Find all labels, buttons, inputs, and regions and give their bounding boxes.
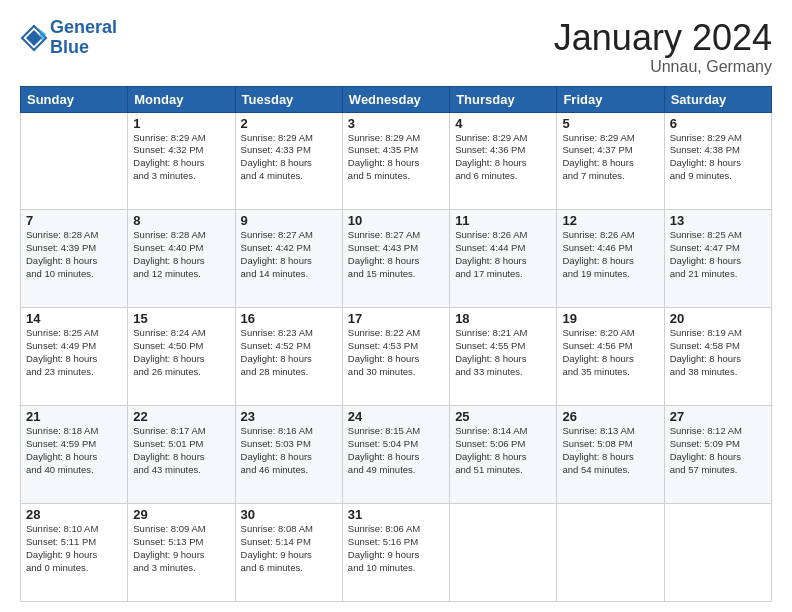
day-number: 6: [670, 116, 766, 131]
day-number: 24: [348, 409, 444, 424]
day-info: Sunrise: 8:29 AM Sunset: 4:32 PM Dayligh…: [133, 132, 229, 183]
day-info: Sunrise: 8:10 AM Sunset: 5:11 PM Dayligh…: [26, 523, 122, 574]
week-row-2: 7Sunrise: 8:28 AM Sunset: 4:39 PM Daylig…: [21, 210, 772, 308]
day-info: Sunrise: 8:19 AM Sunset: 4:58 PM Dayligh…: [670, 327, 766, 378]
logo-general: General: [50, 17, 117, 37]
calendar-cell: 14Sunrise: 8:25 AM Sunset: 4:49 PM Dayli…: [21, 308, 128, 406]
day-info: Sunrise: 8:26 AM Sunset: 4:46 PM Dayligh…: [562, 229, 658, 280]
day-info: Sunrise: 8:27 AM Sunset: 4:43 PM Dayligh…: [348, 229, 444, 280]
day-info: Sunrise: 8:27 AM Sunset: 4:42 PM Dayligh…: [241, 229, 337, 280]
day-number: 23: [241, 409, 337, 424]
day-info: Sunrise: 8:14 AM Sunset: 5:06 PM Dayligh…: [455, 425, 551, 476]
day-info: Sunrise: 8:09 AM Sunset: 5:13 PM Dayligh…: [133, 523, 229, 574]
day-number: 13: [670, 213, 766, 228]
day-number: 17: [348, 311, 444, 326]
day-number: 3: [348, 116, 444, 131]
calendar-cell: 24Sunrise: 8:15 AM Sunset: 5:04 PM Dayli…: [342, 406, 449, 504]
day-number: 5: [562, 116, 658, 131]
day-number: 7: [26, 213, 122, 228]
calendar-cell: 9Sunrise: 8:27 AM Sunset: 4:42 PM Daylig…: [235, 210, 342, 308]
weekday-tuesday: Tuesday: [235, 86, 342, 112]
weekday-wednesday: Wednesday: [342, 86, 449, 112]
day-number: 16: [241, 311, 337, 326]
calendar-cell: 7Sunrise: 8:28 AM Sunset: 4:39 PM Daylig…: [21, 210, 128, 308]
week-row-4: 21Sunrise: 8:18 AM Sunset: 4:59 PM Dayli…: [21, 406, 772, 504]
main-title: January 2024: [554, 18, 772, 58]
day-info: Sunrise: 8:16 AM Sunset: 5:03 PM Dayligh…: [241, 425, 337, 476]
day-info: Sunrise: 8:29 AM Sunset: 4:37 PM Dayligh…: [562, 132, 658, 183]
calendar-cell: 17Sunrise: 8:22 AM Sunset: 4:53 PM Dayli…: [342, 308, 449, 406]
calendar-body: 1Sunrise: 8:29 AM Sunset: 4:32 PM Daylig…: [21, 112, 772, 601]
day-number: 29: [133, 507, 229, 522]
calendar-cell: 20Sunrise: 8:19 AM Sunset: 4:58 PM Dayli…: [664, 308, 771, 406]
calendar-cell: 8Sunrise: 8:28 AM Sunset: 4:40 PM Daylig…: [128, 210, 235, 308]
day-info: Sunrise: 8:29 AM Sunset: 4:36 PM Dayligh…: [455, 132, 551, 183]
day-number: 22: [133, 409, 229, 424]
day-number: 2: [241, 116, 337, 131]
weekday-monday: Monday: [128, 86, 235, 112]
day-info: Sunrise: 8:29 AM Sunset: 4:38 PM Dayligh…: [670, 132, 766, 183]
day-info: Sunrise: 8:28 AM Sunset: 4:40 PM Dayligh…: [133, 229, 229, 280]
weekday-friday: Friday: [557, 86, 664, 112]
day-number: 28: [26, 507, 122, 522]
calendar-cell: 18Sunrise: 8:21 AM Sunset: 4:55 PM Dayli…: [450, 308, 557, 406]
day-number: 1: [133, 116, 229, 131]
calendar-cell: 27Sunrise: 8:12 AM Sunset: 5:09 PM Dayli…: [664, 406, 771, 504]
day-info: Sunrise: 8:13 AM Sunset: 5:08 PM Dayligh…: [562, 425, 658, 476]
calendar-cell: 22Sunrise: 8:17 AM Sunset: 5:01 PM Dayli…: [128, 406, 235, 504]
day-number: 14: [26, 311, 122, 326]
header: General Blue January 2024 Unnau, Germany: [20, 18, 772, 76]
day-number: 4: [455, 116, 551, 131]
calendar-cell: 3Sunrise: 8:29 AM Sunset: 4:35 PM Daylig…: [342, 112, 449, 210]
calendar-cell: [450, 504, 557, 602]
calendar-table: SundayMondayTuesdayWednesdayThursdayFrid…: [20, 86, 772, 602]
day-info: Sunrise: 8:21 AM Sunset: 4:55 PM Dayligh…: [455, 327, 551, 378]
day-info: Sunrise: 8:25 AM Sunset: 4:49 PM Dayligh…: [26, 327, 122, 378]
calendar-cell: 25Sunrise: 8:14 AM Sunset: 5:06 PM Dayli…: [450, 406, 557, 504]
subtitle: Unnau, Germany: [554, 58, 772, 76]
week-row-3: 14Sunrise: 8:25 AM Sunset: 4:49 PM Dayli…: [21, 308, 772, 406]
weekday-thursday: Thursday: [450, 86, 557, 112]
calendar-header: SundayMondayTuesdayWednesdayThursdayFrid…: [21, 86, 772, 112]
logo-icon: [20, 24, 48, 52]
calendar-cell: 1Sunrise: 8:29 AM Sunset: 4:32 PM Daylig…: [128, 112, 235, 210]
page: General Blue January 2024 Unnau, Germany…: [0, 0, 792, 612]
calendar-cell: 16Sunrise: 8:23 AM Sunset: 4:52 PM Dayli…: [235, 308, 342, 406]
day-info: Sunrise: 8:12 AM Sunset: 5:09 PM Dayligh…: [670, 425, 766, 476]
calendar-cell: 6Sunrise: 8:29 AM Sunset: 4:38 PM Daylig…: [664, 112, 771, 210]
day-info: Sunrise: 8:29 AM Sunset: 4:35 PM Dayligh…: [348, 132, 444, 183]
day-info: Sunrise: 8:28 AM Sunset: 4:39 PM Dayligh…: [26, 229, 122, 280]
calendar-cell: [21, 112, 128, 210]
day-number: 19: [562, 311, 658, 326]
calendar-cell: 13Sunrise: 8:25 AM Sunset: 4:47 PM Dayli…: [664, 210, 771, 308]
day-number: 18: [455, 311, 551, 326]
calendar-cell: [664, 504, 771, 602]
day-number: 9: [241, 213, 337, 228]
week-row-5: 28Sunrise: 8:10 AM Sunset: 5:11 PM Dayli…: [21, 504, 772, 602]
weekday-sunday: Sunday: [21, 86, 128, 112]
day-info: Sunrise: 8:20 AM Sunset: 4:56 PM Dayligh…: [562, 327, 658, 378]
day-info: Sunrise: 8:18 AM Sunset: 4:59 PM Dayligh…: [26, 425, 122, 476]
calendar-cell: 31Sunrise: 8:06 AM Sunset: 5:16 PM Dayli…: [342, 504, 449, 602]
day-info: Sunrise: 8:06 AM Sunset: 5:16 PM Dayligh…: [348, 523, 444, 574]
day-number: 20: [670, 311, 766, 326]
calendar-cell: 4Sunrise: 8:29 AM Sunset: 4:36 PM Daylig…: [450, 112, 557, 210]
week-row-1: 1Sunrise: 8:29 AM Sunset: 4:32 PM Daylig…: [21, 112, 772, 210]
weekday-row: SundayMondayTuesdayWednesdayThursdayFrid…: [21, 86, 772, 112]
day-number: 11: [455, 213, 551, 228]
day-number: 8: [133, 213, 229, 228]
day-number: 25: [455, 409, 551, 424]
day-info: Sunrise: 8:25 AM Sunset: 4:47 PM Dayligh…: [670, 229, 766, 280]
logo-blue: Blue: [50, 38, 117, 58]
calendar-cell: 5Sunrise: 8:29 AM Sunset: 4:37 PM Daylig…: [557, 112, 664, 210]
calendar-cell: 19Sunrise: 8:20 AM Sunset: 4:56 PM Dayli…: [557, 308, 664, 406]
day-info: Sunrise: 8:23 AM Sunset: 4:52 PM Dayligh…: [241, 327, 337, 378]
day-number: 27: [670, 409, 766, 424]
day-number: 26: [562, 409, 658, 424]
calendar-cell: 28Sunrise: 8:10 AM Sunset: 5:11 PM Dayli…: [21, 504, 128, 602]
calendar-cell: 11Sunrise: 8:26 AM Sunset: 4:44 PM Dayli…: [450, 210, 557, 308]
calendar-cell: 10Sunrise: 8:27 AM Sunset: 4:43 PM Dayli…: [342, 210, 449, 308]
calendar-cell: 23Sunrise: 8:16 AM Sunset: 5:03 PM Dayli…: [235, 406, 342, 504]
day-number: 21: [26, 409, 122, 424]
logo: General Blue: [20, 18, 117, 58]
